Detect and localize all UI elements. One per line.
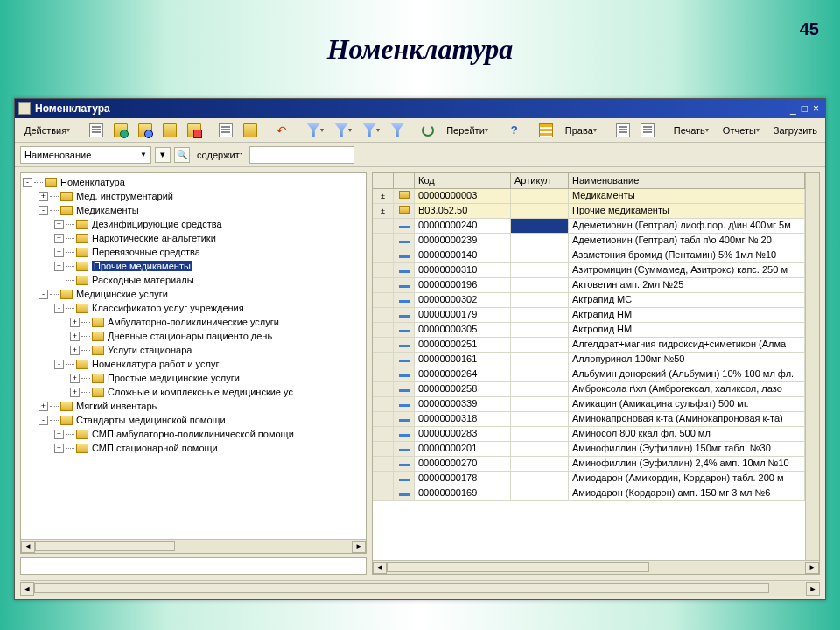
filter-search-button[interactable]: 🔍 [174,147,190,163]
expand-toggle[interactable]: - [38,416,48,425]
tree-node[interactable]: +Мед. инструментарий [23,189,364,203]
scroll-left-button[interactable]: ◄ [373,562,387,574]
expand-toggle[interactable]: + [54,430,64,439]
scroll-left-button[interactable]: ◄ [21,541,35,553]
col-code[interactable]: Код [415,173,511,188]
tree-node[interactable]: +Мягкий инвентарь [23,399,364,413]
table-row[interactable]: 00000000264Альбумин донорский (Альбумин)… [373,368,805,382]
table-row[interactable]: 00000000258Амброксола г\хл (Амброгексал,… [373,382,805,397]
table-row[interactable]: 00000000310Азитромицин (Суммамед, Азитро… [373,263,805,278]
table-row[interactable]: 00000000179Актрапид НМ [373,308,805,323]
close-button[interactable]: × [810,102,822,115]
tree-node[interactable]: +Простые медицинские услуги [23,371,364,385]
tree-node[interactable]: +Амбулаторно-поликлинические услуги [23,315,364,329]
tree-path-input[interactable] [20,557,367,575]
table-row[interactable]: 00000000270Аминофиллин (Эуфиллин) 2,4% а… [373,457,805,472]
expand-toggle[interactable]: + [54,234,64,243]
expand-toggle[interactable]: - [38,290,48,299]
expand-toggle[interactable]: + [54,220,64,229]
expand-toggle[interactable]: + [70,374,80,383]
tree-node[interactable]: -Стандарты медицинской помощи [23,413,364,427]
expand-toggle[interactable]: + [54,262,64,271]
expand-toggle[interactable]: + [70,388,80,397]
tree-h-scroll[interactable]: ◄ ► [21,539,366,553]
table-row[interactable]: 00000000178Амиодарон (Амикордин, Кордаро… [373,472,805,486]
minimize-button[interactable]: _ [788,102,799,115]
tree-node[interactable]: -Номенклатура работ и услуг [23,357,364,371]
filter1-button[interactable] [302,121,328,140]
expand-toggle[interactable]: + [70,346,80,355]
col-marker[interactable] [373,173,394,188]
tree-node[interactable]: +СМП амбулаторно-поликлинической помощи [23,427,364,441]
tree-node[interactable]: +Перевязочные средства [23,245,364,259]
tree-node[interactable]: +Наркотические анальгетики [23,231,364,245]
maximize-button[interactable]: □ [799,102,810,115]
titlebar[interactable]: Номенклатура _ □ × [15,99,825,118]
tree-node[interactable]: -Номенклатура [23,175,364,189]
expand-toggle[interactable]: - [23,178,32,187]
category-tree[interactable]: -Номенклатура+Мед. инструментарий-Медика… [21,173,366,539]
expand-toggle[interactable]: + [38,402,48,411]
window-h-scroll[interactable]: ◄ ► [20,580,820,596]
grid-h-scroll[interactable]: ◄ ► [373,560,819,574]
table-row[interactable]: ±В03.052.50Прочие медикаменты [373,204,805,219]
actions-menu[interactable]: Действия [18,121,76,140]
filter3-button[interactable] [358,121,384,140]
scroll-right-button[interactable]: ► [352,541,366,553]
table-row[interactable]: 00000000196Актовегин амп. 2мл №25 [373,278,805,293]
rights-menu[interactable]: Права [559,121,603,140]
hierarchy-button[interactable] [214,121,237,140]
print-menu[interactable]: Печать [668,121,715,140]
table-row[interactable]: 00000000201Аминофиллин (Эуфиллин) 150мг … [373,442,805,457]
grid-button[interactable] [535,121,557,140]
tree-node[interactable]: -Медицинские услуги [23,287,364,301]
table-row[interactable]: 00000000283Аминосол 800 ккал фл. 500 мл [373,427,805,442]
tree-node[interactable]: +Сложные и комплексные медицинские ус [23,385,364,399]
tree-node[interactable]: +Услуги стационара [23,343,364,357]
tree-node[interactable]: +Дневные стационары пациенто день [23,329,364,343]
tree-node[interactable]: +Прочие медикаменты [23,259,364,273]
table-row[interactable]: 00000000302Актрапид МС [373,293,805,308]
tree-node[interactable]: Расходные материалы [23,273,364,287]
props-button[interactable] [636,121,659,140]
tree-node[interactable]: -Классификатор услуг учреждения [23,301,364,315]
table-row[interactable]: 00000000251Алгелдрат+магния гидроксид+си… [373,338,805,353]
expand-toggle[interactable]: + [54,444,64,453]
tree-node[interactable]: -Медикаменты [23,203,364,217]
table-row[interactable]: 00000000161Аллопуринол 100мг №50 [373,353,805,368]
expand-toggle[interactable]: - [38,206,48,215]
scroll-left-button[interactable]: ◄ [20,582,34,596]
expand-toggle[interactable]: + [38,192,48,201]
col-name[interactable]: Наименование [569,173,805,188]
scroll-right-button[interactable]: ► [805,562,819,574]
table-row[interactable]: 00000000339Амикацин (Амикацина сульфат) … [373,397,805,412]
copy-button[interactable] [158,121,181,140]
filter2-button[interactable] [330,121,356,140]
tree-node[interactable]: +СМП стационарной помощи [23,441,364,455]
table-row[interactable]: ±00000000003Медикаменты [373,189,805,204]
filter-off-button[interactable] [386,121,409,140]
edit-button[interactable] [134,121,157,140]
filter-value-input[interactable] [249,146,354,164]
add-folder-button[interactable] [109,121,132,140]
table-row[interactable]: 00000000140Азаметония бромид (Пентамин) … [373,248,805,263]
tree-node[interactable]: +Дезинфицирующие средства [23,217,364,231]
expand-toggle[interactable]: + [70,318,80,327]
expand-toggle[interactable]: - [54,360,64,369]
expand-toggle[interactable]: - [54,304,64,313]
scroll-right-button[interactable]: ► [806,582,820,596]
list-button[interactable] [612,121,634,140]
delete-button[interactable] [183,121,206,140]
filter-field-combo[interactable]: Наименование ▼ [20,146,151,164]
move-button[interactable] [239,121,262,140]
table-row[interactable]: 00000000305Актропид НМ [373,323,805,338]
refresh-button[interactable] [417,121,438,140]
table-row[interactable]: 00000000169Амиодарон (Кордарон) амп. 150… [373,486,805,501]
load-button[interactable]: Загрузить [767,121,823,140]
expand-toggle[interactable]: + [70,332,80,341]
add-button[interactable] [85,121,108,140]
goto-menu[interactable]: Перейти [440,121,494,140]
table-row[interactable]: 00000000240Адеметионин (Гептрал) лиоф.по… [373,219,805,234]
reports-menu[interactable]: Отчеты [717,121,766,140]
undo-button[interactable]: ↶ [270,121,293,140]
